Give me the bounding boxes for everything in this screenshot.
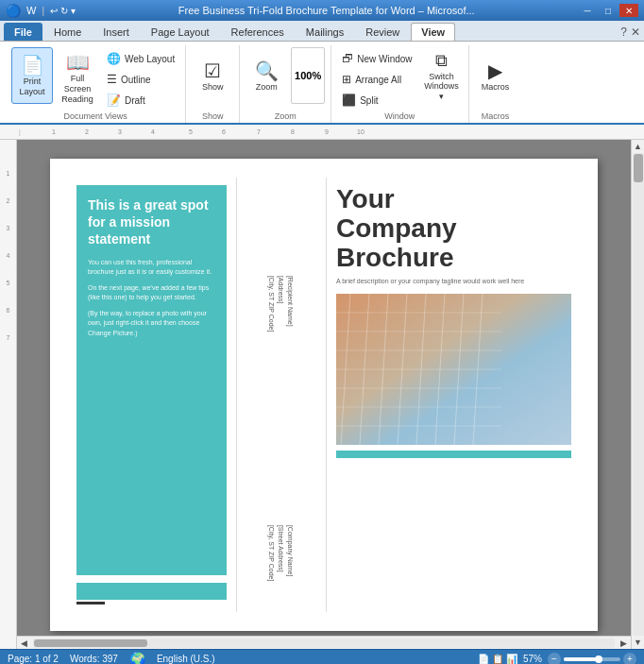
tab-insert[interactable]: Insert (93, 23, 140, 41)
outline-label: Outline (121, 75, 151, 85)
horizontal-scrollbar[interactable]: ◀ ▶ (17, 636, 631, 649)
cursor-indicator (76, 602, 105, 604)
horizontal-ruler: | 1 2 3 4 5 6 7 8 9 10 (0, 125, 644, 140)
arrange-all-label: Arrange All (355, 75, 401, 85)
right-teal-stripe (336, 451, 571, 458)
macros-group-label: Macros (482, 111, 510, 121)
scroll-down-arrow[interactable]: ▼ (632, 636, 644, 649)
switch-windows-button[interactable]: ⧉ SwitchWindows ▾ (421, 47, 463, 106)
page-indicator: Page: 1 of 2 (8, 654, 59, 664)
brochure-right-panel: YourCompanyBrochure A brief description … (329, 178, 579, 612)
mission-statement-body: You can use this fresh, professional bro… (88, 258, 215, 564)
zoom-percent: 57% (523, 654, 542, 664)
macros-icon: ▶ (488, 60, 502, 82)
document-scroll-area: This is a great spot for a mission state… (17, 140, 631, 649)
full-screen-icon: 📖 (66, 51, 90, 74)
zoom-group-label: Zoom (275, 111, 297, 121)
split-label: Split (360, 95, 378, 106)
document-views-content: 📄 PrintLayout 📖 Full ScreenReading 🌐 Web… (11, 47, 179, 110)
zoom-minus-button[interactable]: − (548, 653, 561, 665)
show-label: Show (202, 111, 224, 121)
switch-windows-icon: ⧉ (435, 51, 448, 72)
zoom-slider-track[interactable] (564, 657, 620, 661)
macros-content: ▶ Macros (475, 47, 517, 110)
scroll-left-arrow[interactable]: ◀ (17, 637, 31, 650)
zoom-slider-fill (564, 657, 596, 661)
close-button[interactable]: ✕ (619, 4, 638, 17)
language-icon: 🌍 (129, 652, 145, 665)
tab-review[interactable]: Review (355, 23, 410, 41)
show-icon: ☑ (204, 60, 221, 82)
help-icon[interactable]: ? (620, 26, 627, 39)
web-layout-button[interactable]: 🌐 Web Layout (102, 49, 179, 68)
zoom-button[interactable]: 🔍 Zoom (246, 47, 287, 104)
scroll-right-arrow[interactable]: ▶ (617, 637, 631, 650)
arrange-all-icon: ⊞ (342, 73, 351, 86)
full-screen-reading-button[interactable]: 📖 Full ScreenReading (57, 47, 98, 108)
outline-button[interactable]: ☰ Outline (102, 70, 179, 89)
arrange-all-button[interactable]: ⊞ Arrange All (337, 70, 416, 89)
new-window-label: New Window (357, 54, 412, 64)
zoom-100-button[interactable]: 100% (291, 47, 325, 104)
print-layout-label: PrintLayout (19, 77, 44, 97)
body-para-3: (By the way, to replace a photo with you… (88, 309, 215, 339)
tab-page-layout[interactable]: Page Layout (141, 23, 220, 41)
new-window-button[interactable]: 🗗 New Window (337, 49, 416, 68)
tab-references[interactable]: References (221, 23, 295, 41)
macros-button[interactable]: ▶ Macros (475, 47, 517, 104)
ribbon-tab-bar: File Home Insert Page Layout References … (0, 21, 644, 42)
window-label: Window (384, 111, 415, 121)
ribbon: 📄 PrintLayout 📖 Full ScreenReading 🌐 Web… (0, 42, 644, 125)
options-icon[interactable]: ✕ (631, 26, 640, 39)
tab-home[interactable]: Home (43, 23, 92, 41)
body-para-1: You can use this fresh, professional bro… (88, 258, 215, 278)
web-layout-label: Web Layout (125, 54, 175, 64)
title-bar: 🔵 W | ↩ ↻ ▾ Free Business Tri-Fold Broch… (0, 0, 644, 21)
print-layout-button[interactable]: 📄 PrintLayout (11, 47, 53, 104)
print-layout-icon: 📄 (21, 54, 44, 77)
outline-icon: ☰ (107, 73, 117, 86)
scroll-vertical-track[interactable] (633, 153, 644, 636)
scroll-vertical-thumb[interactable] (634, 154, 643, 182)
body-para-2: On the next page, we've added a few tips… (88, 283, 215, 303)
ribbon-group-macros: ▶ Macros Macros (469, 45, 522, 123)
tab-view[interactable]: View (411, 23, 455, 41)
show-button[interactable]: ☑ Show (192, 47, 233, 104)
zoom-content: 🔍 Zoom 100% (246, 47, 325, 110)
zoom-button-label: Zoom (256, 82, 278, 93)
document-views-label: Document Views (63, 111, 127, 121)
recipient-address-area: [Recipient Name][Address][City, ST ZIP C… (253, 185, 310, 385)
tab-file[interactable]: File (4, 23, 42, 41)
mission-statement-box: This is a great spot for a mission state… (76, 185, 227, 575)
vertical-scrollbar[interactable]: ▲ ▼ (631, 140, 644, 649)
draft-button[interactable]: 📝 Draft (102, 91, 179, 110)
ribbon-group-show: ☑ Show Show (186, 45, 240, 123)
window-controls: ─ □ ✕ (578, 4, 638, 17)
split-button[interactable]: ⬛ Split (337, 91, 416, 110)
maximize-button[interactable]: □ (599, 4, 618, 17)
ribbon-group-document-views: 📄 PrintLayout 📖 Full ScreenReading 🌐 Web… (6, 45, 186, 123)
vertical-ruler: 1 2 3 4 5 6 7 (0, 140, 17, 649)
zoom-plus-button[interactable]: + (623, 653, 636, 665)
switch-windows-label: SwitchWindows ▾ (424, 72, 459, 102)
company-tagline: A brief description or your company tagl… (336, 278, 571, 284)
brochure-middle-panel: [Recipient Name][Address][City, ST ZIP C… (239, 178, 324, 612)
scroll-up-arrow[interactable]: ▲ (632, 140, 644, 153)
scroll-horizontal-thumb[interactable] (34, 639, 147, 647)
company-title: YourCompanyBrochure (336, 185, 571, 272)
show-content: ☑ Show (192, 47, 233, 110)
tab-mailings[interactable]: Mailings (296, 23, 354, 41)
minimize-button[interactable]: ─ (578, 4, 597, 17)
word-count: Words: 397 (70, 654, 118, 664)
window-content: 🗗 New Window ⊞ Arrange All ⬛ Split ⧉ Swi… (337, 47, 462, 110)
scroll-horizontal-track[interactable] (33, 638, 615, 648)
zoom-slider-thumb[interactable] (595, 655, 602, 663)
full-screen-label: Full ScreenReading (60, 74, 94, 104)
view-mode-icons: 📄 📋 📊 (478, 654, 517, 664)
document-inner: This is a great spot for a mission state… (17, 140, 631, 636)
draft-label: Draft (125, 95, 145, 106)
zoom-icon: 🔍 (255, 60, 279, 82)
building-image (336, 294, 571, 445)
left-bottom-teal-stripe (76, 583, 227, 600)
view-small-buttons: 🌐 Web Layout ☰ Outline 📝 Draft (102, 47, 179, 110)
